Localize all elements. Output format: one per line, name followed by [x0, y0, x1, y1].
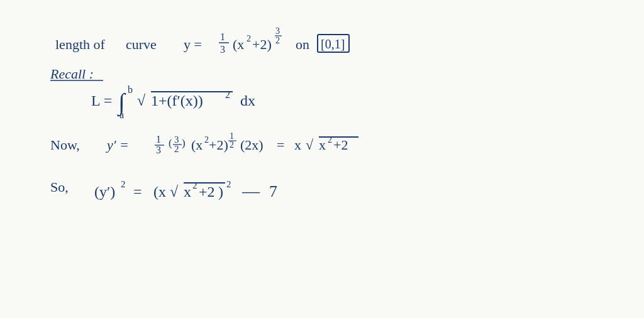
exp2-yprime: 2	[121, 179, 126, 189]
sqrt-symbol: √	[137, 92, 146, 109]
x-sqrt-expr: x	[294, 137, 301, 153]
exp2-x: 2	[204, 135, 209, 145]
dash-symbol: —	[242, 181, 260, 200]
close-paren-32: )	[182, 137, 186, 149]
L-equals: L =	[91, 92, 112, 109]
math-content: length of curve y = 1 3 (x 2 +2) 3 2 on …	[25, 13, 644, 318]
open-paren-32: (	[169, 137, 172, 149]
denominator-3: 3	[220, 44, 225, 55]
sqrt-content: 1+(f′(x))	[151, 92, 203, 109]
sqrt-symbol-3: √	[170, 184, 179, 200]
exp-3: 3	[275, 26, 280, 36]
x-sqrt-paren-open: (x	[153, 184, 166, 200]
plus2-expr-2: +2	[199, 184, 215, 200]
now-label: Now,	[50, 137, 80, 153]
frac-3: 3	[156, 145, 161, 155]
close-paren-big: )	[218, 184, 223, 200]
plus2-expr: +2)	[209, 137, 228, 153]
x-squared-expr: (x	[233, 36, 244, 52]
frac-den-2: 2	[174, 144, 179, 154]
exp-2-second: 2	[275, 36, 280, 45]
so-label: So,	[50, 179, 69, 195]
equals-sign-3: =	[133, 184, 142, 200]
exp2-x2: 2	[192, 180, 197, 190]
upper-limit-b: b	[128, 84, 133, 95]
y-equals: y =	[184, 36, 202, 52]
frac-num-3: 3	[174, 134, 179, 145]
question-result: 7	[269, 182, 277, 200]
lower-limit-a: a	[119, 109, 124, 120]
exp2-under-sqrt: 2	[328, 135, 332, 145]
equals-sign-2: =	[277, 137, 284, 153]
plus2-under-sqrt: +2	[333, 137, 348, 153]
recall-label: Recall :	[50, 66, 94, 82]
x2-plus2-under-sqrt: x	[319, 137, 326, 153]
x2-plus2-expr: (x	[191, 137, 203, 153]
dx-text: dx	[240, 92, 255, 109]
exp-2-first: 2	[247, 34, 251, 43]
curve-text: curve	[126, 36, 157, 52]
exp-half-num: 1	[230, 131, 234, 141]
title-text: length of	[55, 36, 105, 52]
y-prime-squared-lhs: (y′)	[94, 184, 115, 200]
x2-plus2-expr-2: x	[184, 184, 191, 200]
sqrt-symbol-2: √	[306, 137, 314, 153]
exp-2-sqrt: 2	[225, 89, 230, 100]
exp2-outer: 2	[226, 179, 231, 189]
two-x-expr: (2x)	[240, 137, 264, 153]
interval-text: [0,1]	[321, 37, 345, 51]
page: length of curve y = 1 3 (x 2 +2) 3 2 on …	[0, 0, 644, 318]
frac-1: 1	[156, 134, 161, 145]
plus-2: +2)	[252, 36, 272, 52]
on-text: on	[296, 36, 309, 52]
exp-half-den: 2	[230, 140, 234, 150]
y-prime-equals: y′ =	[106, 137, 129, 153]
numerator-1: 1	[220, 31, 225, 42]
